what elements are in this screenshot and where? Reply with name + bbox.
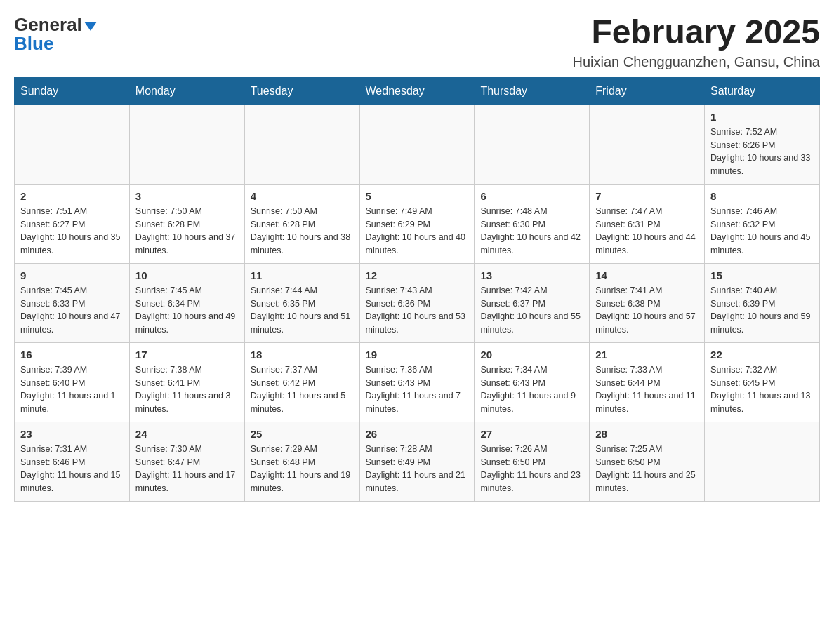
- day-info: Sunrise: 7:33 AM Sunset: 6:44 PM Dayligh…: [595, 363, 699, 416]
- day-info: Sunrise: 7:28 AM Sunset: 6:49 PM Dayligh…: [366, 443, 469, 495]
- table-row: 7Sunrise: 7:47 AM Sunset: 6:31 PM Daylig…: [590, 184, 705, 263]
- day-number: 26: [366, 428, 469, 440]
- table-row: 13Sunrise: 7:42 AM Sunset: 6:37 PM Dayli…: [475, 263, 590, 342]
- table-row: [590, 105, 705, 184]
- day-info: Sunrise: 7:25 AM Sunset: 6:50 PM Dayligh…: [595, 443, 699, 495]
- day-number: 22: [710, 349, 814, 361]
- calendar-table: Sunday Monday Tuesday Wednesday Thursday…: [14, 77, 820, 502]
- calendar-week-1: 1Sunrise: 7:52 AM Sunset: 6:26 PM Daylig…: [15, 105, 820, 184]
- table-row: [129, 105, 244, 184]
- table-row: 12Sunrise: 7:43 AM Sunset: 6:36 PM Dayli…: [359, 263, 475, 342]
- day-info: Sunrise: 7:43 AM Sunset: 6:36 PM Dayligh…: [366, 284, 469, 337]
- day-info: Sunrise: 7:45 AM Sunset: 6:33 PM Dayligh…: [20, 284, 124, 337]
- col-friday: Friday: [590, 77, 705, 105]
- table-row: 10Sunrise: 7:45 AM Sunset: 6:34 PM Dayli…: [129, 263, 244, 342]
- table-row: 17Sunrise: 7:38 AM Sunset: 6:41 PM Dayli…: [129, 342, 244, 422]
- day-info: Sunrise: 7:47 AM Sunset: 6:31 PM Dayligh…: [595, 205, 699, 257]
- day-info: Sunrise: 7:30 AM Sunset: 6:47 PM Dayligh…: [135, 443, 239, 495]
- table-row: [359, 105, 475, 184]
- day-number: 4: [251, 190, 354, 202]
- day-number: 3: [135, 190, 239, 202]
- table-row: 4Sunrise: 7:50 AM Sunset: 6:28 PM Daylig…: [244, 184, 359, 263]
- col-sunday: Sunday: [15, 77, 130, 105]
- day-number: 5: [366, 190, 469, 202]
- table-row: 11Sunrise: 7:44 AM Sunset: 6:35 PM Dayli…: [244, 263, 359, 342]
- day-number: 7: [595, 190, 699, 202]
- table-row: 3Sunrise: 7:50 AM Sunset: 6:28 PM Daylig…: [129, 184, 244, 263]
- day-info: Sunrise: 7:48 AM Sunset: 6:30 PM Dayligh…: [480, 205, 583, 257]
- logo: General Blue: [14, 14, 97, 55]
- day-info: Sunrise: 7:39 AM Sunset: 6:40 PM Dayligh…: [20, 363, 124, 416]
- table-row: 27Sunrise: 7:26 AM Sunset: 6:50 PM Dayli…: [475, 422, 590, 501]
- day-info: Sunrise: 7:38 AM Sunset: 6:41 PM Dayligh…: [135, 363, 239, 416]
- day-number: 25: [251, 428, 354, 440]
- day-info: Sunrise: 7:45 AM Sunset: 6:34 PM Dayligh…: [135, 284, 239, 337]
- day-info: Sunrise: 7:42 AM Sunset: 6:37 PM Dayligh…: [480, 284, 583, 337]
- table-row: 5Sunrise: 7:49 AM Sunset: 6:29 PM Daylig…: [359, 184, 475, 263]
- calendar-week-2: 2Sunrise: 7:51 AM Sunset: 6:27 PM Daylig…: [15, 184, 820, 263]
- day-info: Sunrise: 7:51 AM Sunset: 6:27 PM Dayligh…: [20, 205, 124, 257]
- col-monday: Monday: [129, 77, 244, 105]
- logo-arrow-icon: [84, 22, 97, 31]
- table-row: 15Sunrise: 7:40 AM Sunset: 6:39 PM Dayli…: [705, 263, 820, 342]
- day-number: 17: [135, 349, 239, 361]
- day-number: 13: [480, 269, 583, 281]
- table-row: 21Sunrise: 7:33 AM Sunset: 6:44 PM Dayli…: [590, 342, 705, 422]
- day-number: 11: [251, 269, 354, 281]
- calendar-week-3: 9Sunrise: 7:45 AM Sunset: 6:33 PM Daylig…: [15, 263, 820, 342]
- table-row: 26Sunrise: 7:28 AM Sunset: 6:49 PM Dayli…: [359, 422, 475, 501]
- day-info: Sunrise: 7:44 AM Sunset: 6:35 PM Dayligh…: [251, 284, 354, 337]
- table-row: 20Sunrise: 7:34 AM Sunset: 6:43 PM Dayli…: [475, 342, 590, 422]
- day-number: 28: [595, 428, 699, 440]
- table-row: 8Sunrise: 7:46 AM Sunset: 6:32 PM Daylig…: [705, 184, 820, 263]
- col-thursday: Thursday: [475, 77, 590, 105]
- col-tuesday: Tuesday: [244, 77, 359, 105]
- day-number: 12: [366, 269, 469, 281]
- table-row: 2Sunrise: 7:51 AM Sunset: 6:27 PM Daylig…: [15, 184, 130, 263]
- table-row: [244, 105, 359, 184]
- table-row: 14Sunrise: 7:41 AM Sunset: 6:38 PM Dayli…: [590, 263, 705, 342]
- day-number: 20: [480, 349, 583, 361]
- day-number: 16: [20, 349, 124, 361]
- day-number: 23: [20, 428, 124, 440]
- logo-blue: Blue: [14, 33, 53, 55]
- day-number: 15: [710, 269, 814, 281]
- table-row: 22Sunrise: 7:32 AM Sunset: 6:45 PM Dayli…: [705, 342, 820, 422]
- table-row: 16Sunrise: 7:39 AM Sunset: 6:40 PM Dayli…: [15, 342, 130, 422]
- table-row: 18Sunrise: 7:37 AM Sunset: 6:42 PM Dayli…: [244, 342, 359, 422]
- day-info: Sunrise: 7:49 AM Sunset: 6:29 PM Dayligh…: [366, 205, 469, 257]
- day-info: Sunrise: 7:37 AM Sunset: 6:42 PM Dayligh…: [251, 363, 354, 416]
- col-wednesday: Wednesday: [359, 77, 475, 105]
- table-row: [705, 422, 820, 501]
- day-info: Sunrise: 7:46 AM Sunset: 6:32 PM Dayligh…: [710, 205, 814, 257]
- table-row: 19Sunrise: 7:36 AM Sunset: 6:43 PM Dayli…: [359, 342, 475, 422]
- calendar-week-5: 23Sunrise: 7:31 AM Sunset: 6:46 PM Dayli…: [15, 422, 820, 501]
- day-number: 27: [480, 428, 583, 440]
- day-info: Sunrise: 7:50 AM Sunset: 6:28 PM Dayligh…: [135, 205, 239, 257]
- col-saturday: Saturday: [705, 77, 820, 105]
- table-row: 1Sunrise: 7:52 AM Sunset: 6:26 PM Daylig…: [705, 105, 820, 184]
- day-number: 19: [366, 349, 469, 361]
- day-number: 18: [251, 349, 354, 361]
- table-row: 24Sunrise: 7:30 AM Sunset: 6:47 PM Dayli…: [129, 422, 244, 501]
- day-info: Sunrise: 7:34 AM Sunset: 6:43 PM Dayligh…: [480, 363, 583, 416]
- table-row: 6Sunrise: 7:48 AM Sunset: 6:30 PM Daylig…: [475, 184, 590, 263]
- day-info: Sunrise: 7:52 AM Sunset: 6:26 PM Dayligh…: [710, 126, 814, 178]
- day-info: Sunrise: 7:31 AM Sunset: 6:46 PM Dayligh…: [20, 443, 124, 495]
- calendar-week-4: 16Sunrise: 7:39 AM Sunset: 6:40 PM Dayli…: [15, 342, 820, 422]
- page-header: General Blue February 2025 Huixian Cheng…: [14, 14, 820, 70]
- day-number: 6: [480, 190, 583, 202]
- location-label: Huixian Chengguanzhen, Gansu, China: [573, 54, 820, 70]
- day-number: 8: [710, 190, 814, 202]
- month-title: February 2025: [573, 14, 820, 51]
- day-number: 10: [135, 269, 239, 281]
- day-number: 9: [20, 269, 124, 281]
- day-info: Sunrise: 7:32 AM Sunset: 6:45 PM Dayligh…: [710, 363, 814, 416]
- day-info: Sunrise: 7:36 AM Sunset: 6:43 PM Dayligh…: [366, 363, 469, 416]
- day-number: 24: [135, 428, 239, 440]
- day-number: 21: [595, 349, 699, 361]
- day-info: Sunrise: 7:41 AM Sunset: 6:38 PM Dayligh…: [595, 284, 699, 337]
- day-number: 2: [20, 190, 124, 202]
- table-row: 28Sunrise: 7:25 AM Sunset: 6:50 PM Dayli…: [590, 422, 705, 501]
- day-number: 14: [595, 269, 699, 281]
